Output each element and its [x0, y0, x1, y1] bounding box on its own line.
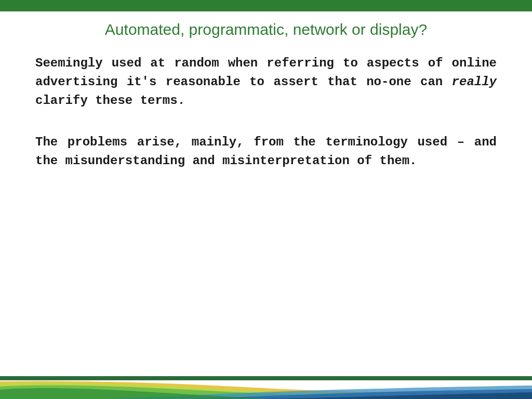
header-bar	[0, 0, 532, 11]
svg-rect-0	[0, 376, 532, 380]
paragraph-1-suffix: clarify these terms.	[35, 94, 185, 108]
paragraph-1: Seemingly used at random when referring …	[35, 54, 497, 110]
paragraph-1-emphasis: really	[452, 75, 497, 89]
slide-content: Seemingly used at random when referring …	[0, 54, 532, 170]
slide-title: Automated, programmatic, network or disp…	[0, 11, 532, 54]
paragraph-1-prefix: Seemingly used at random when referring …	[35, 56, 497, 89]
footer-decoration	[0, 376, 532, 399]
wave-graphic-icon	[0, 376, 532, 399]
paragraph-2: The problems arise, mainly, from the ter…	[35, 133, 497, 170]
